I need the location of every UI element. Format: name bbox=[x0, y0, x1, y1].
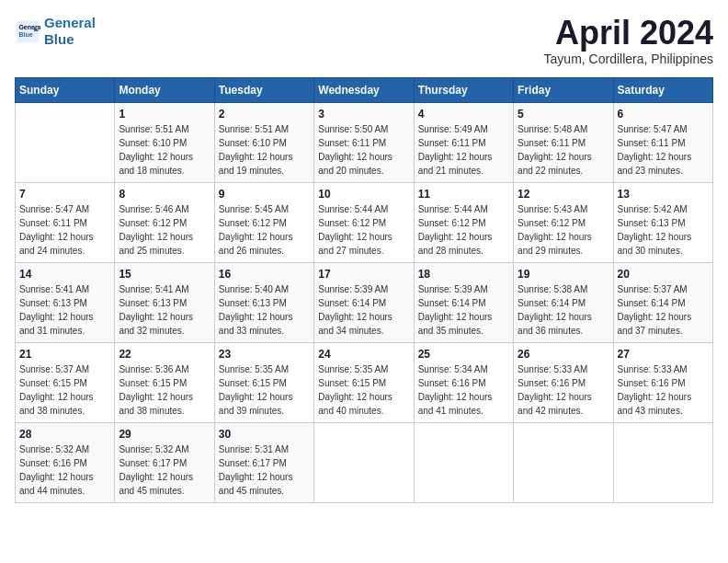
day-number: 4 bbox=[418, 108, 509, 121]
day-detail: Sunrise: 5:33 AM Sunset: 6:16 PM Dayligh… bbox=[518, 362, 609, 418]
logo: General Blue GeneralBlue bbox=[15, 15, 96, 48]
table-row: 10Sunrise: 5:44 AM Sunset: 6:12 PM Dayli… bbox=[314, 182, 414, 262]
day-number: 16 bbox=[219, 268, 310, 281]
table-row bbox=[514, 422, 613, 502]
day-detail: Sunrise: 5:42 AM Sunset: 6:13 PM Dayligh… bbox=[618, 202, 709, 258]
day-detail: Sunrise: 5:41 AM Sunset: 6:13 PM Dayligh… bbox=[19, 282, 110, 338]
day-detail: Sunrise: 5:38 AM Sunset: 6:14 PM Dayligh… bbox=[518, 282, 609, 338]
day-number: 26 bbox=[518, 348, 609, 361]
day-number: 22 bbox=[119, 348, 210, 361]
day-number: 9 bbox=[219, 188, 310, 201]
day-detail: Sunrise: 5:43 AM Sunset: 6:12 PM Dayligh… bbox=[518, 202, 609, 258]
table-row: 8Sunrise: 5:46 AM Sunset: 6:12 PM Daylig… bbox=[115, 182, 214, 262]
calendar-subtitle: Tayum, Cordillera, Philippines bbox=[544, 52, 713, 66]
day-detail: Sunrise: 5:44 AM Sunset: 6:12 PM Dayligh… bbox=[318, 202, 409, 258]
col-monday: Monday bbox=[115, 77, 214, 102]
table-row: 1Sunrise: 5:51 AM Sunset: 6:10 PM Daylig… bbox=[115, 102, 214, 182]
day-number: 23 bbox=[219, 348, 310, 361]
col-wednesday: Wednesday bbox=[314, 77, 414, 102]
col-saturday: Saturday bbox=[613, 77, 712, 102]
day-number: 15 bbox=[119, 268, 210, 281]
day-detail: Sunrise: 5:44 AM Sunset: 6:12 PM Dayligh… bbox=[418, 202, 509, 258]
svg-text:General: General bbox=[18, 24, 40, 30]
table-row: 26Sunrise: 5:33 AM Sunset: 6:16 PM Dayli… bbox=[514, 342, 613, 422]
table-row bbox=[16, 102, 115, 182]
table-row bbox=[314, 422, 414, 502]
week-row-2: 7Sunrise: 5:47 AM Sunset: 6:11 PM Daylig… bbox=[16, 182, 713, 262]
table-row: 29Sunrise: 5:32 AM Sunset: 6:17 PM Dayli… bbox=[115, 422, 214, 502]
day-detail: Sunrise: 5:35 AM Sunset: 6:15 PM Dayligh… bbox=[318, 362, 409, 418]
table-row: 18Sunrise: 5:39 AM Sunset: 6:14 PM Dayli… bbox=[414, 262, 513, 342]
day-number: 24 bbox=[318, 348, 409, 361]
day-detail: Sunrise: 5:34 AM Sunset: 6:16 PM Dayligh… bbox=[418, 362, 509, 418]
day-detail: Sunrise: 5:31 AM Sunset: 6:17 PM Dayligh… bbox=[219, 442, 310, 498]
logo-icon: General Blue bbox=[15, 18, 40, 44]
calendar-table: Sunday Monday Tuesday Wednesday Thursday… bbox=[15, 77, 713, 503]
day-number: 7 bbox=[19, 188, 110, 201]
table-row: 7Sunrise: 5:47 AM Sunset: 6:11 PM Daylig… bbox=[16, 182, 115, 262]
day-number: 17 bbox=[318, 268, 409, 281]
table-row: 5Sunrise: 5:48 AM Sunset: 6:11 PM Daylig… bbox=[514, 102, 613, 182]
col-sunday: Sunday bbox=[16, 77, 115, 102]
table-row: 20Sunrise: 5:37 AM Sunset: 6:14 PM Dayli… bbox=[613, 262, 712, 342]
table-row: 13Sunrise: 5:42 AM Sunset: 6:13 PM Dayli… bbox=[613, 182, 712, 262]
day-detail: Sunrise: 5:45 AM Sunset: 6:12 PM Dayligh… bbox=[219, 202, 310, 258]
day-detail: Sunrise: 5:51 AM Sunset: 6:10 PM Dayligh… bbox=[119, 122, 210, 178]
day-detail: Sunrise: 5:40 AM Sunset: 6:13 PM Dayligh… bbox=[219, 282, 310, 338]
table-row: 23Sunrise: 5:35 AM Sunset: 6:15 PM Dayli… bbox=[214, 342, 313, 422]
table-row: 16Sunrise: 5:40 AM Sunset: 6:13 PM Dayli… bbox=[214, 262, 313, 342]
day-number: 10 bbox=[318, 188, 409, 201]
header-row: Sunday Monday Tuesday Wednesday Thursday… bbox=[16, 77, 713, 102]
table-row: 2Sunrise: 5:51 AM Sunset: 6:10 PM Daylig… bbox=[214, 102, 313, 182]
table-row: 12Sunrise: 5:43 AM Sunset: 6:12 PM Dayli… bbox=[514, 182, 613, 262]
day-number: 14 bbox=[19, 268, 110, 281]
table-row: 25Sunrise: 5:34 AM Sunset: 6:16 PM Dayli… bbox=[414, 342, 513, 422]
col-friday: Friday bbox=[514, 77, 613, 102]
table-row: 6Sunrise: 5:47 AM Sunset: 6:11 PM Daylig… bbox=[613, 102, 712, 182]
table-row: 28Sunrise: 5:32 AM Sunset: 6:16 PM Dayli… bbox=[16, 422, 115, 502]
day-detail: Sunrise: 5:36 AM Sunset: 6:15 PM Dayligh… bbox=[119, 362, 210, 418]
day-number: 12 bbox=[518, 188, 609, 201]
day-detail: Sunrise: 5:50 AM Sunset: 6:11 PM Dayligh… bbox=[318, 122, 409, 178]
day-detail: Sunrise: 5:32 AM Sunset: 6:17 PM Dayligh… bbox=[119, 442, 210, 498]
day-detail: Sunrise: 5:51 AM Sunset: 6:10 PM Dayligh… bbox=[219, 122, 310, 178]
day-number: 21 bbox=[19, 348, 110, 361]
table-row bbox=[613, 422, 712, 502]
day-number: 18 bbox=[418, 268, 509, 281]
col-thursday: Thursday bbox=[414, 77, 513, 102]
day-detail: Sunrise: 5:35 AM Sunset: 6:15 PM Dayligh… bbox=[219, 362, 310, 418]
table-row: 3Sunrise: 5:50 AM Sunset: 6:11 PM Daylig… bbox=[314, 102, 414, 182]
day-detail: Sunrise: 5:33 AM Sunset: 6:16 PM Dayligh… bbox=[618, 362, 709, 418]
day-detail: Sunrise: 5:37 AM Sunset: 6:15 PM Dayligh… bbox=[19, 362, 110, 418]
header: General Blue GeneralBlue April 2024 Tayu… bbox=[15, 15, 713, 66]
table-row: 30Sunrise: 5:31 AM Sunset: 6:17 PM Dayli… bbox=[214, 422, 313, 502]
day-number: 8 bbox=[119, 188, 210, 201]
table-row: 9Sunrise: 5:45 AM Sunset: 6:12 PM Daylig… bbox=[214, 182, 313, 262]
svg-text:Blue: Blue bbox=[18, 31, 32, 38]
table-row: 11Sunrise: 5:44 AM Sunset: 6:12 PM Dayli… bbox=[414, 182, 513, 262]
day-number: 6 bbox=[618, 108, 709, 121]
week-row-3: 14Sunrise: 5:41 AM Sunset: 6:13 PM Dayli… bbox=[16, 262, 713, 342]
day-detail: Sunrise: 5:32 AM Sunset: 6:16 PM Dayligh… bbox=[19, 442, 110, 498]
table-row: 17Sunrise: 5:39 AM Sunset: 6:14 PM Dayli… bbox=[314, 262, 414, 342]
day-detail: Sunrise: 5:46 AM Sunset: 6:12 PM Dayligh… bbox=[119, 202, 210, 258]
day-number: 20 bbox=[618, 268, 709, 281]
week-row-5: 28Sunrise: 5:32 AM Sunset: 6:16 PM Dayli… bbox=[16, 422, 713, 502]
week-row-1: 1Sunrise: 5:51 AM Sunset: 6:10 PM Daylig… bbox=[16, 102, 713, 182]
day-number: 19 bbox=[518, 268, 609, 281]
day-detail: Sunrise: 5:41 AM Sunset: 6:13 PM Dayligh… bbox=[119, 282, 210, 338]
day-number: 25 bbox=[418, 348, 509, 361]
table-row: 14Sunrise: 5:41 AM Sunset: 6:13 PM Dayli… bbox=[16, 262, 115, 342]
table-row: 27Sunrise: 5:33 AM Sunset: 6:16 PM Dayli… bbox=[613, 342, 712, 422]
day-number: 28 bbox=[19, 428, 110, 441]
day-detail: Sunrise: 5:49 AM Sunset: 6:11 PM Dayligh… bbox=[418, 122, 509, 178]
day-detail: Sunrise: 5:48 AM Sunset: 6:11 PM Dayligh… bbox=[518, 122, 609, 178]
day-number: 1 bbox=[119, 108, 210, 121]
day-number: 2 bbox=[219, 108, 310, 121]
day-number: 27 bbox=[618, 348, 709, 361]
col-tuesday: Tuesday bbox=[214, 77, 313, 102]
week-row-4: 21Sunrise: 5:37 AM Sunset: 6:15 PM Dayli… bbox=[16, 342, 713, 422]
table-row: 4Sunrise: 5:49 AM Sunset: 6:11 PM Daylig… bbox=[414, 102, 513, 182]
title-area: April 2024 Tayum, Cordillera, Philippine… bbox=[544, 15, 713, 66]
table-row: 15Sunrise: 5:41 AM Sunset: 6:13 PM Dayli… bbox=[115, 262, 214, 342]
